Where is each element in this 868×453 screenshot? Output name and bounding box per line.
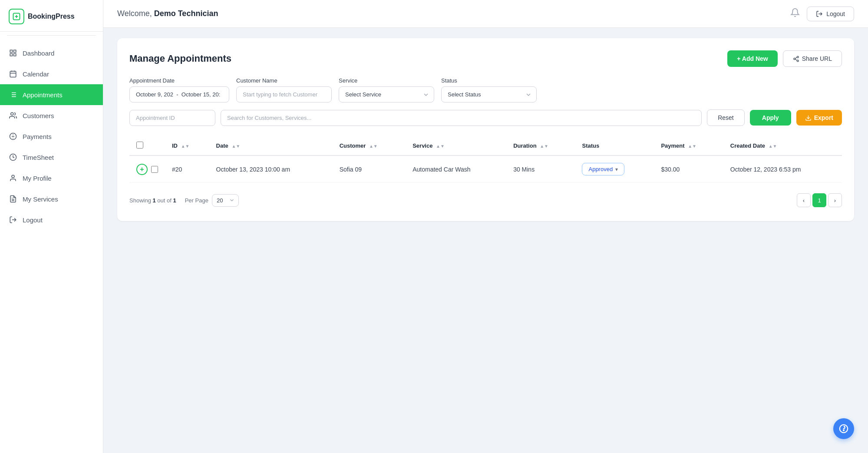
page-title: Manage Appointments <box>129 53 231 64</box>
svg-rect-1 <box>10 50 12 52</box>
row-payment: $30.00 <box>654 155 723 183</box>
payments-icon <box>9 132 17 141</box>
select-all-checkbox[interactable] <box>136 142 143 149</box>
sidebar: BookingPress Dashboard Calendar <box>0 0 103 453</box>
appointments-table: ID ▲▼ Date ▲▼ Customer ▲▼ <box>129 136 842 183</box>
table-header-id: ID ▲▼ <box>165 136 209 155</box>
per-page-select[interactable]: 20 10 50 100 <box>212 194 239 207</box>
svg-rect-5 <box>10 71 16 77</box>
timesheet-icon <box>9 153 17 162</box>
payment-sort-icon[interactable]: ▲▼ <box>688 144 696 149</box>
add-new-button[interactable]: + Add New <box>727 50 777 67</box>
share-url-button[interactable]: Share URL <box>783 50 842 67</box>
customers-icon <box>9 111 17 120</box>
svg-rect-2 <box>14 50 16 52</box>
table-header-service: Service ▲▼ <box>406 136 506 155</box>
topbar-actions: Logout <box>790 7 854 21</box>
filter-status: Status Select Status <box>441 77 537 103</box>
sidebar-item-customers[interactable]: Customers <box>0 105 103 126</box>
sidebar-item-calendar[interactable]: Calendar <box>0 63 103 84</box>
customer-sort-icon[interactable]: ▲▼ <box>369 144 378 149</box>
table-header-duration: Duration ▲▼ <box>506 136 575 155</box>
reset-label: Reset <box>718 114 734 121</box>
prev-page-button[interactable]: ‹ <box>797 193 811 207</box>
row-service: Automated Car Wash <box>406 155 506 183</box>
per-page-wrap: Per Page 20 10 50 100 <box>185 194 239 207</box>
row-duration: 30 Mins <box>506 155 575 183</box>
customer-name-input[interactable] <box>236 86 332 103</box>
showing-prefix: Showing <box>129 197 152 204</box>
notification-bell-icon[interactable] <box>790 8 800 20</box>
reset-button[interactable]: Reset <box>707 109 745 126</box>
status-label: Status <box>441 77 537 84</box>
logo-text: BookingPress <box>28 13 75 20</box>
status-badge[interactable]: Approved ▾ <box>582 163 624 175</box>
row-id: #20 <box>165 155 209 183</box>
date-sort-icon[interactable]: ▲▼ <box>231 144 240 149</box>
service-sort-icon[interactable]: ▲▼ <box>436 144 445 149</box>
showing-current: 1 <box>152 197 155 204</box>
sidebar-item-payments[interactable]: Payments <box>0 126 103 147</box>
sidebar-item-my-services-label: My Services <box>23 195 58 203</box>
welcome-message: Welcome, Demo Technician <box>117 9 218 18</box>
showing-total: 1 <box>173 197 176 204</box>
row-status: Approved ▾ <box>575 155 654 183</box>
service-select[interactable]: Select Service <box>339 86 434 103</box>
add-new-label: + Add New <box>737 55 768 62</box>
page-1-button[interactable]: 1 <box>812 193 826 207</box>
sidebar-item-dashboard-label: Dashboard <box>23 50 54 57</box>
table-header-created-date: Created Date ▲▼ <box>723 136 842 155</box>
next-page-button[interactable]: › <box>828 193 842 207</box>
row-checkbox-cell: + <box>129 155 165 183</box>
row-date: October 13, 2023 10:00 am <box>209 155 333 183</box>
sidebar-item-my-services[interactable]: My Services <box>0 188 103 209</box>
services-icon <box>9 195 17 203</box>
table-body: + #20 October 13, 2023 10:00 am Sofia 09… <box>129 155 842 183</box>
svg-point-9 <box>11 112 13 115</box>
svg-point-12 <box>12 175 14 178</box>
sidebar-item-logout[interactable]: Logout <box>0 209 103 230</box>
svg-line-21 <box>795 57 797 58</box>
sidebar-item-customers-label: Customers <box>23 112 54 119</box>
sidebar-item-dashboard[interactable]: Dashboard <box>0 43 103 63</box>
logout-sidebar-icon <box>9 215 17 224</box>
sidebar-item-my-profile-label: My Profile <box>23 175 52 182</box>
table-header: ID ▲▼ Date ▲▼ Customer ▲▼ <box>129 136 842 155</box>
main-content: Welcome, Demo Technician Logout <box>103 0 868 453</box>
svg-point-18 <box>794 58 795 60</box>
table-header-status: Status <box>575 136 654 155</box>
created-date-sort-icon[interactable]: ▲▼ <box>769 144 777 149</box>
sidebar-item-timesheet-label: TimeSheet <box>23 154 54 161</box>
svg-rect-4 <box>14 54 16 56</box>
showing-text: Showing 1 out of 1 <box>129 197 176 204</box>
appointment-id-input[interactable] <box>129 110 215 126</box>
id-sort-icon[interactable]: ▲▼ <box>181 144 190 149</box>
apply-button[interactable]: Apply <box>750 110 791 126</box>
page-navigation: ‹ 1 › <box>797 193 842 207</box>
profile-icon <box>9 174 17 182</box>
page-1-label: 1 <box>818 197 821 204</box>
sidebar-item-my-profile[interactable]: My Profile <box>0 168 103 188</box>
svg-point-19 <box>797 60 799 62</box>
sidebar-item-timesheet[interactable]: TimeSheet <box>0 147 103 168</box>
apply-label: Apply <box>762 114 779 121</box>
welcome-prefix: Welcome, <box>117 9 154 18</box>
row-expand-button[interactable]: + <box>136 164 148 175</box>
global-search-input[interactable] <box>221 110 702 126</box>
export-button[interactable]: Export <box>796 110 842 126</box>
row-checkbox[interactable] <box>151 166 158 173</box>
appointment-date-input[interactable] <box>129 86 229 103</box>
appointment-date-label: Appointment Date <box>129 77 229 84</box>
duration-sort-icon[interactable]: ▲▼ <box>540 144 548 149</box>
status-select[interactable]: Select Status <box>441 86 537 103</box>
grid-icon <box>9 49 17 57</box>
table-row: + #20 October 13, 2023 10:00 am Sofia 09… <box>129 155 842 183</box>
table-header-date: Date ▲▼ <box>209 136 333 155</box>
sidebar-item-appointments[interactable]: Appointments <box>0 84 103 105</box>
logout-button[interactable]: Logout <box>807 7 854 21</box>
help-button[interactable] <box>833 418 854 439</box>
card-header-actions: + Add New Share URL <box>727 50 842 67</box>
svg-line-20 <box>795 59 797 60</box>
welcome-name: Demo Technician <box>154 9 218 18</box>
table-header-payment: Payment ▲▼ <box>654 136 723 155</box>
